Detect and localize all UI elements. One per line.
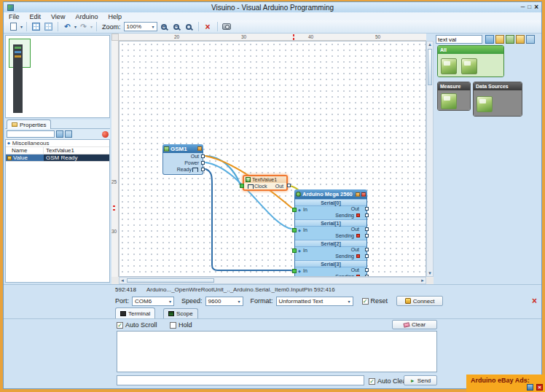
- close-comm-panel-icon[interactable]: ×: [532, 296, 537, 306]
- toolbox-search-input[interactable]: [436, 35, 482, 44]
- serial0-sending-pin[interactable]: [365, 213, 369, 217]
- property-category-row[interactable]: ◆ Miscellaneous: [6, 140, 109, 147]
- formatted-text-component-icon[interactable]: [461, 58, 477, 74]
- speed-select[interactable]: 9600 ▾: [205, 297, 243, 306]
- new-project-icon[interactable]: [8, 21, 19, 32]
- camera-icon[interactable]: [221, 21, 232, 32]
- serial2-in-pin[interactable]: [292, 248, 297, 253]
- serial-section-label: Serial[0]: [295, 199, 366, 206]
- redo-dropdown-icon[interactable]: ▾: [90, 24, 93, 29]
- zoom-in-icon[interactable]: +: [159, 21, 170, 32]
- property-row-value[interactable]: Value GSM Ready: [6, 154, 109, 162]
- reset-checkbox[interactable]: ✓ Reset: [362, 297, 388, 305]
- serial2-sending-pin[interactable]: [365, 254, 369, 258]
- vscroll-thumb[interactable]: [428, 49, 432, 85]
- terminal-send-input[interactable]: [117, 375, 364, 385]
- title-bar[interactable]: Visuino - Visual Arduino Programming ─ □…: [4, 2, 541, 12]
- menu-edit[interactable]: Edit: [25, 13, 47, 20]
- zoom-fit-icon[interactable]: [184, 21, 195, 32]
- gsm-out-pin[interactable]: [201, 154, 205, 158]
- toolbox-category-data-sources[interactable]: Data Sources: [473, 82, 522, 117]
- send-button[interactable]: ► Send: [404, 375, 437, 385]
- sort-category-icon[interactable]: [65, 130, 72, 138]
- serial3-in-pin[interactable]: [292, 269, 297, 273]
- collapse-all-icon[interactable]: [506, 35, 514, 44]
- ad-info-icon[interactable]: [527, 384, 533, 391]
- connect-button[interactable]: Connect: [396, 296, 443, 306]
- show-grid-icon[interactable]: [31, 21, 42, 32]
- serial1-in-pin[interactable]: [292, 228, 297, 232]
- new-project-dropdown-icon[interactable]: ▾: [20, 24, 23, 29]
- zoom-combo[interactable]: 100% ▾: [124, 22, 157, 31]
- pin-label-clock: Clock: [254, 184, 267, 189]
- wrench-icon[interactable]: [356, 192, 360, 197]
- search-filter-icon[interactable]: [485, 35, 494, 44]
- sort-alpha-icon[interactable]: [56, 130, 63, 138]
- zoom-dropdown-icon[interactable]: ▾: [152, 24, 154, 29]
- serial0-out-pin[interactable]: [365, 207, 369, 211]
- property-row-name[interactable]: Name TextValue1: [6, 147, 109, 154]
- close-button[interactable]: ×: [534, 3, 538, 11]
- sending-led: [356, 213, 360, 217]
- serial0-in-pin[interactable]: [292, 208, 297, 212]
- scroll-down-icon[interactable]: ▼: [428, 271, 432, 275]
- toolbox-options-icon[interactable]: [526, 35, 535, 44]
- hold-checkbox[interactable]: Hold: [170, 321, 192, 329]
- toolbox-category-all[interactable]: All: [437, 45, 504, 77]
- wrench-icon[interactable]: [197, 146, 202, 151]
- maximize-button[interactable]: □: [528, 4, 531, 10]
- snap-grid-icon[interactable]: [43, 21, 54, 32]
- canvas-vscrollbar[interactable]: ▲ ▼: [426, 41, 434, 277]
- canvas-hscrollbar[interactable]: ◄ ►: [119, 277, 426, 284]
- minimize-button[interactable]: ─: [521, 4, 525, 10]
- checkbox-checked-icon: ✓: [362, 298, 369, 305]
- scroll-right-icon[interactable]: ►: [420, 278, 425, 283]
- auto-clear-checkbox[interactable]: ✓ Auto Clear: [369, 377, 409, 385]
- scroll-left-icon[interactable]: ◄: [120, 278, 125, 283]
- format-select[interactable]: Unformatted Text ▾: [276, 297, 353, 306]
- wire-gsm-power-to-serial1[interactable]: [205, 162, 291, 229]
- textvalue-out-pin[interactable]: [287, 184, 291, 187]
- delete-icon[interactable]: ×: [203, 21, 213, 32]
- ad-close-icon[interactable]: ×: [536, 384, 543, 391]
- auto-scroll-checkbox[interactable]: ✓ Auto Scroll: [117, 321, 157, 329]
- textvalue-clock-pin[interactable]: [240, 184, 244, 188]
- component-gsm1[interactable]: GSM1 Out Power Ready: [162, 144, 203, 175]
- menu-arduino[interactable]: Arduino: [70, 13, 103, 20]
- design-canvas[interactable]: GSM1 Out Power Ready: [119, 41, 426, 277]
- serial3-out-pin[interactable]: [365, 268, 369, 272]
- board-close-icon[interactable]: [361, 192, 366, 197]
- property-value: GSM Ready: [44, 154, 78, 161]
- text-value-component-icon[interactable]: [441, 58, 457, 74]
- port-select[interactable]: COM6 ▾: [132, 297, 174, 306]
- tab-properties[interactable]: Properties: [7, 119, 51, 129]
- gsm-ready-pin[interactable]: [201, 168, 205, 171]
- menu-file[interactable]: File: [4, 13, 25, 20]
- scroll-up-icon[interactable]: ▲: [428, 42, 432, 47]
- text-source-component-icon[interactable]: [477, 96, 493, 112]
- zoom-out-icon[interactable]: −: [171, 21, 182, 32]
- hscroll-thumb[interactable]: [127, 278, 214, 283]
- tab-terminal[interactable]: Terminal: [115, 307, 155, 318]
- toolbox-category-measure[interactable]: Measure: [437, 82, 471, 111]
- component-textvalue1[interactable]: T TextValue1 Clock Out: [243, 175, 288, 191]
- redo-icon[interactable]: ↷: [78, 21, 89, 32]
- tab-scope[interactable]: Scope: [163, 308, 198, 318]
- terminal-output[interactable]: [117, 331, 437, 372]
- clear-button[interactable]: Clear: [392, 320, 437, 329]
- expand-all-icon[interactable]: [516, 35, 525, 44]
- undo-icon[interactable]: ↶: [62, 21, 73, 32]
- component-arduino-mega-2560[interactable]: Arduino Mega 2560 Serial[0] ◆ In Out Sen…: [294, 189, 367, 277]
- serial1-sending-pin[interactable]: [365, 234, 369, 238]
- gsm-power-pin[interactable]: [201, 161, 205, 165]
- pin-panel-icon[interactable]: [102, 131, 109, 138]
- menu-help[interactable]: Help: [103, 13, 127, 20]
- new-category-icon[interactable]: [495, 35, 504, 44]
- properties-filter-input[interactable]: [7, 130, 55, 138]
- menu-view[interactable]: View: [46, 13, 70, 20]
- measure-component-icon[interactable]: [441, 93, 457, 109]
- undo-dropdown-icon[interactable]: ▾: [74, 24, 77, 29]
- serial2-out-pin[interactable]: [365, 248, 369, 251]
- serial1-out-pin[interactable]: [365, 227, 369, 231]
- design-overview[interactable]: [5, 35, 110, 118]
